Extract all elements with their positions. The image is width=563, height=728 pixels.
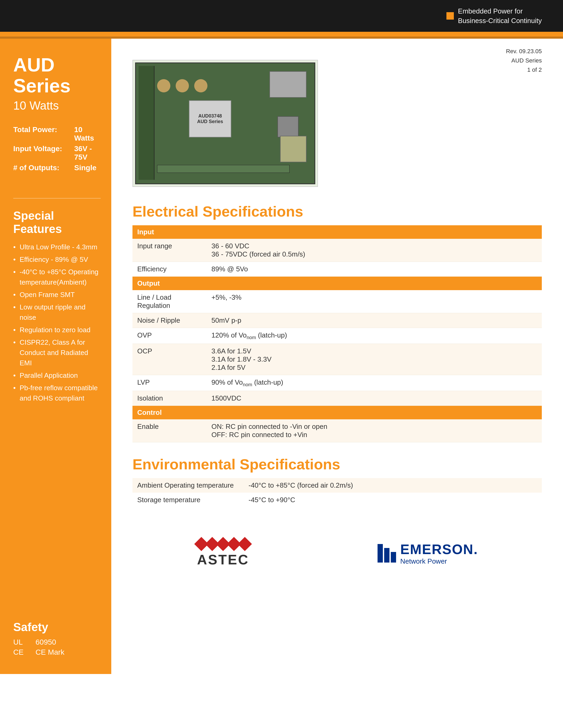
ocp-row: OCP 3.6A for 1.5V3.1A for 1.8V - 3.3V2.1… [132, 344, 542, 375]
ocp-value: 3.6A for 1.5V3.1A for 1.8V - 3.3V2.1A fo… [207, 344, 542, 375]
safety-row-ce: CE CE Mark [13, 648, 101, 657]
diamond-5 [238, 537, 252, 551]
emerson-logo: EMERSON. Network Power [378, 541, 478, 565]
emerson-subtitle: Network Power [400, 557, 478, 565]
safety-section: Safety UL 60950 CE CE Mark [13, 605, 101, 658]
safety-label-ce: CE [13, 648, 29, 657]
feature-item: CISPR22, Class A for Conduct and Radiate… [13, 337, 101, 368]
enable-value: ON: RC pin connected to -Vin or openOFF:… [207, 419, 542, 442]
accent-bar-orange [0, 32, 563, 37]
feature-item: Regulation to zero load [13, 325, 101, 335]
storage-temp-value: -45°C to +90°C [244, 493, 542, 507]
lvp-value: 90% of Vonom (latch-up) [207, 375, 542, 391]
spec-value-voltage: 36V - 75V [74, 145, 101, 161]
rev-line3: 1 of 2 [506, 65, 542, 74]
enable-row: Enable ON: RC pin connected to -Vin or o… [132, 419, 542, 442]
rev-info: Rev. 09.23.05 AUD Series 1 of 2 [506, 47, 542, 75]
brand-area: Embedded Power for Business-Critical Con… [446, 6, 542, 26]
astec-logo: ASTEC [196, 539, 250, 568]
ocp-param: OCP [132, 344, 207, 375]
control-label: Control [132, 406, 542, 420]
spec-label-outputs: # of Outputs: [13, 164, 71, 172]
feature-item: Open Frame SMT [13, 290, 101, 300]
spec-row-voltage: Input Voltage: 36V - 75V [13, 145, 101, 161]
safety-value-ul: 60950 [35, 638, 56, 646]
top-header: Embedded Power for Business-Critical Con… [0, 0, 563, 32]
storage-temp-param: Storage temperature [132, 493, 244, 507]
content-area: Rev. 09.23.05 AUD Series 1 of 2 AUD03748… [111, 39, 563, 674]
lvp-param: LVP [132, 375, 207, 391]
product-image-area: AUD03748AUD Series [132, 60, 542, 187]
ambient-temp-param: Ambient Operating temperature [132, 478, 244, 493]
input-range-param: Input range [132, 239, 207, 262]
rev-line2: AUD Series [506, 56, 542, 65]
pcb-visual: AUD03748AUD Series [135, 62, 315, 184]
feature-item: -40°C to +85°C Operating temperature(Amb… [13, 267, 101, 287]
series-subtitle: 10 Watts [13, 99, 101, 112]
emerson-logo-combined: EMERSON. Network Power [378, 541, 478, 565]
ovp-param: OVP [132, 328, 207, 344]
efficiency-value: 89% @ 5Vo [207, 262, 542, 277]
enable-param: Enable [132, 419, 207, 442]
brand-line1: Embedded Power for [458, 6, 542, 16]
spec-value-power: 10 Watts [74, 125, 101, 142]
astec-text: ASTEC [197, 552, 249, 568]
brand-line2: Business-Critical Continuity [458, 16, 542, 25]
input-label: Input [132, 225, 542, 239]
noise-ripple-param: Noise / Ripple [132, 313, 207, 328]
brand-icon [446, 12, 454, 20]
feature-item: Pb-free reflow compatible and ROHS compl… [13, 383, 101, 403]
efficiency-param: Efficiency [132, 262, 207, 277]
main-layout: AUD Series 10 Watts Total Power: 10 Watt… [0, 39, 563, 674]
output-label: Output [132, 277, 542, 290]
spec-row-outputs: # of Outputs: Single [13, 164, 101, 172]
main-chip: AUD03748AUD Series [189, 100, 231, 137]
line-load-param: Line / Load Regulation [132, 290, 207, 313]
emerson-text-block: EMERSON. Network Power [400, 541, 478, 565]
isolation-value: 1500VDC [207, 391, 542, 406]
divider [13, 198, 101, 199]
brand-text: Embedded Power for Business-Critical Con… [458, 6, 542, 26]
accent-bar-dark [0, 37, 563, 39]
safety-row-ul: UL 60950 [13, 638, 101, 646]
feature-item: Efficiency - 89% @ 5V [13, 254, 101, 265]
ovp-value: 120% of Vonom (latch-up) [207, 328, 542, 344]
line-load-row: Line / Load Regulation +5%, -3% [132, 290, 542, 313]
lvp-row: LVP 90% of Vonom (latch-up) [132, 375, 542, 391]
env-specs-title: Environmental Specifications [132, 456, 542, 473]
input-range-value: 36 - 60 VDC36 - 75VDC (forced air 0.5m/s… [207, 239, 542, 262]
spec-label-voltage: Input Voltage: [13, 145, 71, 161]
safety-label-ul: UL [13, 638, 29, 646]
features-heading: Special Features [13, 209, 101, 236]
control-section-header: Control [132, 406, 542, 420]
svg-rect-1 [384, 548, 390, 563]
env-specs-table: Ambient Operating temperature -40°C to +… [132, 478, 542, 507]
isolation-row: Isolation 1500VDC [132, 391, 542, 406]
output-section-header: Output [132, 277, 542, 290]
svg-rect-0 [378, 544, 383, 563]
safety-value-ce: CE Mark [35, 648, 64, 657]
feature-item: Low output ripple and noise [13, 302, 101, 323]
ambient-temp-value: -40°C to +85°C (forced air 0.2m/s) [244, 478, 542, 493]
electrical-specs-table: Input Input range 36 - 60 VDC36 - 75VDC … [132, 225, 542, 442]
spec-value-outputs: Single [74, 164, 96, 172]
ambient-temp-row: Ambient Operating temperature -40°C to +… [132, 478, 542, 493]
efficiency-row: Efficiency 89% @ 5Vo [132, 262, 542, 277]
noise-ripple-value: 50mV p-p [207, 313, 542, 328]
isolation-param: Isolation [132, 391, 207, 406]
rev-line1: Rev. 09.23.05 [506, 47, 542, 56]
input-section-header: Input [132, 225, 542, 239]
specs-block: Total Power: 10 Watts Input Voltage: 36V… [13, 125, 101, 174]
safety-heading: Safety [13, 621, 101, 634]
electrical-specs-title: Electrical Specifications [132, 203, 542, 220]
line-load-value: +5%, -3% [207, 290, 542, 313]
feature-item: Parallel Application [13, 370, 101, 381]
storage-temp-row: Storage temperature -45°C to +90°C [132, 493, 542, 507]
noise-ripple-row: Noise / Ripple 50mV p-p [132, 313, 542, 328]
input-range-row: Input range 36 - 60 VDC36 - 75VDC (force… [132, 239, 542, 262]
features-list: Ultra Low Profile - 4.3mm Efficiency - 8… [13, 242, 101, 406]
series-title: AUD Series [13, 55, 101, 96]
emerson-name: EMERSON. [400, 541, 478, 557]
product-image: AUD03748AUD Series [132, 60, 318, 187]
emerson-icon [378, 544, 396, 563]
